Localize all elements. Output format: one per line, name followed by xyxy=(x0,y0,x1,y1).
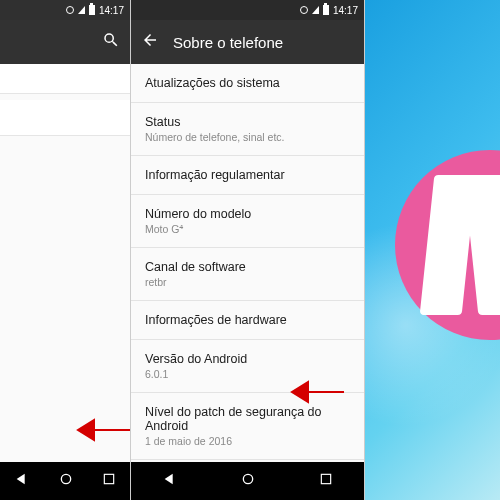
nav-back-icon[interactable] xyxy=(162,471,178,491)
annotation-arrow xyxy=(76,416,132,448)
back-arrow-icon[interactable] xyxy=(141,31,159,53)
item-secondary: Moto G⁴ xyxy=(145,223,350,235)
clock: 14:17 xyxy=(333,5,358,16)
clock: 14:17 xyxy=(99,5,124,16)
settings-list-partial xyxy=(0,64,130,136)
list-item[interactable]: Canal de softwareretbr xyxy=(131,248,364,301)
item-primary: Número do modelo xyxy=(145,207,350,221)
item-secondary: 1 de maio de 2016 xyxy=(145,435,350,447)
orientation-icon xyxy=(300,6,308,14)
toolbar: Sobre o telefone xyxy=(131,20,364,64)
status-bar: 14:17 xyxy=(0,0,130,20)
list-item[interactable]: Número do modeloMoto G⁴ xyxy=(131,195,364,248)
list-item[interactable]: Informação regulamentar xyxy=(131,156,364,195)
list-item[interactable]: Atualizações do sistema xyxy=(131,64,364,103)
item-secondary: Número de telefone, sinal etc. xyxy=(145,131,350,143)
marshmallow-easter-egg xyxy=(365,0,500,500)
item-primary: Versão do Android xyxy=(145,352,350,366)
item-primary: Informações de hardware xyxy=(145,313,350,327)
m-letter-icon xyxy=(427,175,500,315)
annotation-arrow xyxy=(290,378,346,410)
search-icon[interactable] xyxy=(102,31,120,53)
nav-recent-icon[interactable] xyxy=(102,472,116,490)
toolbar xyxy=(0,20,130,64)
item-primary: Canal de software xyxy=(145,260,350,274)
item-secondary: retbr xyxy=(145,276,350,288)
nav-back-icon[interactable] xyxy=(14,471,30,491)
svg-point-0 xyxy=(61,474,70,483)
list-item[interactable] xyxy=(0,64,130,94)
page-title: Sobre o telefone xyxy=(173,34,283,51)
svg-rect-3 xyxy=(321,474,330,483)
navigation-bar xyxy=(131,462,364,500)
battery-icon xyxy=(323,5,329,15)
item-primary: Status xyxy=(145,115,350,129)
list-item[interactable]: Informações de hardware xyxy=(131,301,364,340)
battery-icon xyxy=(89,5,95,15)
nav-home-icon[interactable] xyxy=(58,471,74,491)
nav-home-icon[interactable] xyxy=(240,471,256,491)
left-screen: 14:17 xyxy=(0,0,130,500)
navigation-bar xyxy=(0,462,130,500)
list-item[interactable] xyxy=(0,100,130,136)
item-primary: Atualizações do sistema xyxy=(145,76,350,90)
orientation-icon xyxy=(66,6,74,14)
svg-rect-1 xyxy=(104,474,113,483)
about-phone-screen: 14:17 Sobre o telefone Atualizações do s… xyxy=(130,0,365,500)
list-item[interactable]: StatusNúmero de telefone, sinal etc. xyxy=(131,103,364,156)
svg-point-2 xyxy=(244,474,253,483)
signal-icon xyxy=(78,6,85,14)
nav-recent-icon[interactable] xyxy=(319,472,333,490)
signal-icon xyxy=(312,6,319,14)
status-bar: 14:17 xyxy=(131,0,364,20)
item-primary: Informação regulamentar xyxy=(145,168,350,182)
